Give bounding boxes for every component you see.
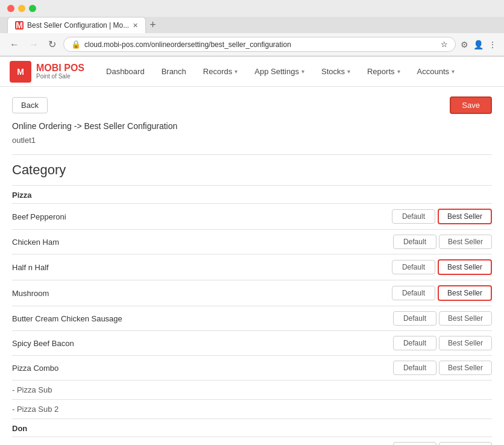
close-dot[interactable] [7,5,14,12]
browser-chrome: M Best Seller Configuration | Mo... ✕ + … [0,0,504,57]
best-seller-button[interactable]: Best Seller [439,311,492,326]
best-seller-button[interactable]: Best Seller [439,361,492,375]
app-logo-icon: M [10,61,31,83]
profile-icon[interactable]: 👤 [473,40,484,49]
item-row: Beef PepperoniDefaultBest Seller [12,203,492,229]
item-row: Spicy Beef BaconDefaultBest Seller [12,330,492,355]
reload-button[interactable]: ↻ [46,37,58,51]
default-button[interactable]: Default [393,336,436,350]
item-row: Chicken HamDefaultBest Seller [12,229,492,254]
extensions-icon[interactable]: ⚙ [461,40,468,49]
app-navbar: M MOBI POS Point of Sale Dashboard Branc… [0,57,504,87]
best-seller-button[interactable]: Best Seller [438,285,492,301]
app-nav-items: Dashboard Branch Records ▾ App Settings … [99,62,462,81]
browser-toolbar-icons: ⚙ 👤 ⋮ [461,40,497,49]
nav-records[interactable]: Records ▾ [196,62,245,81]
bookmark-icon[interactable]: ☆ [441,40,448,49]
nav-stocks[interactable]: Stocks ▾ [314,62,358,81]
category-header: Pizza [12,185,492,203]
app-settings-caret-icon: ▾ [301,68,304,75]
default-button[interactable]: Default [392,260,435,274]
nav-branch[interactable]: Branch [154,62,194,81]
item-actions: DefaultBest Seller [392,209,492,224]
browser-dots [7,5,36,12]
category-header: Don [12,418,492,437]
best-seller-button[interactable]: Best Seller [439,336,492,350]
item-actions: DefaultBest Seller [393,361,492,375]
address-bar[interactable]: 🔒 ☆ [63,37,456,52]
page-content: Back Save Online Ordering -> Best Seller… [0,87,504,445]
nav-accounts[interactable]: Accounts ▾ [410,62,462,81]
url-input[interactable] [84,40,437,49]
page-toolbar: Back Save [12,96,492,114]
item-name: Pizza Combo [12,364,58,373]
maximize-dot[interactable] [29,5,36,12]
default-button[interactable]: Default [392,286,435,300]
save-button[interactable]: Save [450,96,492,114]
tab-favicon: M [15,21,24,30]
item-name: Spicy Beef Bacon [12,339,74,348]
item-row: Half n HalfDefaultBest Seller [12,254,492,280]
accounts-caret-icon: ▾ [452,68,455,75]
app-logo-subtitle: Point of Sale [36,73,84,80]
back-button[interactable]: ← [7,38,22,51]
item-actions: DefaultBest Seller [393,442,492,445]
app-logo-name: MOBI POS [36,63,84,73]
back-button[interactable]: Back [12,97,48,113]
tab-close-icon[interactable]: ✕ [133,22,138,30]
nav-app-settings[interactable]: App Settings ▾ [247,62,312,81]
browser-tab[interactable]: M Best Seller Configuration | Mo... ✕ [7,17,146,33]
nav-reports[interactable]: Reports ▾ [360,62,408,81]
default-button[interactable]: Default [393,311,436,326]
item-actions: DefaultBest Seller [392,259,492,275]
reports-caret-icon: ▾ [397,68,400,75]
item-actions: DefaultBest Seller [392,285,492,301]
item-name: Butter Cream Chicken Sausage [12,314,122,323]
nav-dashboard[interactable]: Dashboard [99,62,152,81]
subcategory-header: - Pizza Sub [12,380,492,399]
item-name: Chicken Ham [12,238,59,247]
forward-button[interactable]: → [27,38,41,51]
default-button[interactable]: Default [393,361,436,375]
breadcrumb: Online Ordering -> Best Seller Configura… [12,121,492,131]
logo-m-letter: M [17,67,24,77]
item-row: Pizza ComboDefaultBest Seller [12,355,492,380]
menu-icon[interactable]: ⋮ [488,40,497,49]
item-name: Beef Pepperoni [12,212,66,221]
default-button[interactable]: Default [393,442,436,445]
records-caret-icon: ▾ [235,68,238,75]
item-actions: DefaultBest Seller [393,235,492,249]
item-name: Mushroom [12,289,49,298]
browser-toolbar: ← → ↻ 🔒 ☆ ⚙ 👤 ⋮ [0,33,504,56]
default-button[interactable]: Default [393,235,436,249]
new-tab-button[interactable]: + [150,19,156,31]
app-logo-text-group: MOBI POS Point of Sale [36,63,84,80]
best-seller-button[interactable]: Best Seller [439,235,492,249]
best-seller-button[interactable]: Best Seller [438,259,492,275]
categories-list: PizzaBeef PepperoniDefaultBest SellerChi… [12,185,492,445]
item-row: MaguroDefaultBest Seller [12,437,492,445]
stocks-caret-icon: ▾ [347,68,350,75]
browser-titlebar [0,0,504,17]
lock-icon: 🔒 [71,40,81,49]
app-logo: M MOBI POS Point of Sale [10,61,84,83]
tab-title: Best Seller Configuration | Mo... [27,21,129,30]
subcategory-header: - Pizza Sub 2 [12,399,492,418]
item-actions: DefaultBest Seller [393,336,492,350]
default-button[interactable]: Default [392,209,435,224]
item-name: Half n Half [12,263,49,272]
minimize-dot[interactable] [18,5,25,12]
outlet-name: outlet1 [12,136,492,145]
best-seller-button[interactable]: Best Seller [439,442,492,445]
section-title: Category [12,154,492,178]
best-seller-button[interactable]: Best Seller [438,209,492,224]
item-row: Butter Cream Chicken SausageDefaultBest … [12,306,492,330]
browser-tab-bar: M Best Seller Configuration | Mo... ✕ + [0,17,504,33]
item-row: MushroomDefaultBest Seller [12,280,492,306]
item-actions: DefaultBest Seller [393,311,492,326]
